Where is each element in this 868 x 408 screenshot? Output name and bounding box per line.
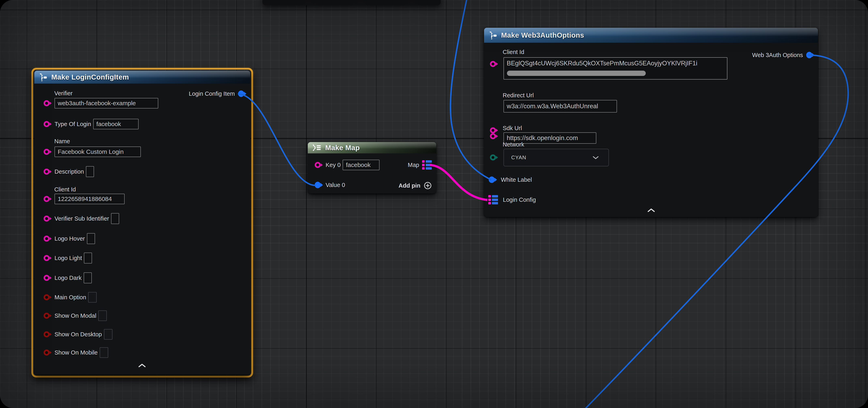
node-title: Make LoginConfigItem	[51, 73, 129, 81]
string-pin-icon	[490, 60, 499, 68]
add-pin-row[interactable]: Add pin	[399, 181, 432, 190]
field-label: Value 0	[326, 182, 345, 189]
name-input[interactable]: Facebook Custom Login	[55, 146, 141, 157]
output-pin-label: Login Config Item	[189, 91, 235, 97]
enum-pin-icon	[490, 153, 499, 162]
add-pin-icon	[423, 181, 432, 190]
logo-light-input[interactable]	[84, 252, 92, 264]
field-row-name: Facebook Custom Login	[43, 146, 141, 157]
field-label: Logo Dark	[55, 275, 82, 281]
show-on-desktop-pin[interactable]	[43, 330, 53, 339]
node-header[interactable]: Make Web3AuthOptions	[484, 28, 818, 43]
field-row-white-label: White Label	[488, 175, 532, 184]
logo-dark-input[interactable]	[84, 272, 92, 283]
string-pin-icon	[43, 167, 53, 176]
logo-light-pin[interactable]	[43, 253, 53, 263]
client-id-pin[interactable]	[43, 195, 53, 203]
redirect-url-input[interactable]: w3a://com.w3a.Web3AuthUnreal	[503, 100, 617, 112]
field-label: Show On Desktop	[55, 331, 102, 338]
logo-dark-pin[interactable]	[43, 273, 53, 282]
verifier-pin[interactable]	[43, 99, 53, 108]
login-config-pin[interactable]	[488, 195, 498, 204]
field-label-name: Name	[54, 138, 70, 145]
field-row-key0: Key 0 facebook	[314, 160, 379, 170]
node-make-loginconfigitem[interactable]: Make LoginConfigItem Login Config Item V…	[34, 71, 250, 375]
client-id-value: BEglQSgt4cUWcj6SKRdu5QkOXTsePmMcusG5EAoy…	[504, 58, 727, 67]
field-row-show-on-mobile: Show On Mobile	[43, 347, 108, 358]
field-label: Description	[55, 168, 84, 175]
name-pin[interactable]	[43, 147, 53, 156]
bool-pin-icon	[43, 311, 53, 320]
description-pin[interactable]	[43, 167, 53, 176]
show-on-modal-checkbox[interactable]	[98, 310, 107, 321]
logo-hover-input[interactable]	[87, 233, 95, 244]
field-label: Show On Modal	[55, 312, 96, 319]
field-label: Verifier Sub Identifier	[55, 215, 109, 222]
description-input[interactable]	[86, 166, 94, 177]
key0-input[interactable]: facebook	[343, 160, 379, 170]
field-label: White Label	[501, 176, 532, 183]
show-on-mobile-pin[interactable]	[43, 348, 53, 357]
main-option-checkbox[interactable]	[88, 292, 97, 303]
string-pin-icon	[490, 132, 499, 141]
field-label: Login Config	[503, 197, 536, 203]
verifier-sub-identifier-input[interactable]	[111, 213, 119, 224]
client-id-input[interactable]: BEglQSgt4cUWcj6SKRdu5QkOXTsePmMcusG5EAoy…	[503, 57, 727, 79]
field-row-show-on-desktop: Show On Desktop	[43, 329, 113, 340]
map-pin-icon	[488, 195, 498, 204]
show-on-modal-pin[interactable]	[43, 311, 53, 320]
make-map-icon	[312, 144, 321, 151]
node-header[interactable]: Make Map	[308, 142, 436, 154]
node-title: Make Map	[325, 144, 360, 152]
client-id-input-scrollbar[interactable]	[507, 71, 646, 76]
map-output-label: Map	[408, 162, 419, 168]
network-dropdown[interactable]: CYAN	[503, 149, 609, 166]
show-on-desktop-checkbox[interactable]	[104, 329, 113, 340]
field-row-verifier: web3auth-facebook-example	[43, 98, 158, 108]
field-row-value0: Value 0	[314, 180, 345, 190]
client-id-pin[interactable]	[490, 60, 499, 68]
collapse-node-chevron[interactable]	[647, 208, 655, 212]
string-pin-icon	[43, 147, 53, 156]
output-row-map: Map	[408, 160, 432, 170]
output-pin-label: Web 3Auth Options	[752, 52, 803, 59]
sdk-url-pin[interactable]	[490, 132, 499, 141]
wire-map-to-login-config[interactable]	[430, 165, 488, 200]
verifier-input[interactable]: web3auth-facebook-example	[55, 98, 158, 108]
node-make-web3authoptions[interactable]: Make Web3AuthOptions Web 3Auth Options C…	[484, 28, 818, 217]
network-dropdown-value: CYAN	[504, 155, 526, 161]
node-make-map[interactable]: Make Map Key 0 facebook Map Value 0 Add …	[308, 142, 436, 194]
field-row-description: Description	[43, 166, 94, 177]
string-pin-icon	[314, 161, 323, 169]
field-label-redirect-url: Redirect Url	[503, 92, 534, 99]
field-row-login-config: Login Config	[488, 195, 536, 204]
field-row-verifier-sub-identifier: Verifier Sub Identifier	[43, 213, 119, 224]
partial-node-top[interactable]	[262, 0, 441, 5]
verifier-sub-identifier-pin[interactable]	[43, 214, 53, 223]
string-pin-icon	[43, 120, 53, 129]
field-label: Main Option	[55, 294, 86, 301]
field-row-type-of-login: Type Of Login facebook	[43, 119, 138, 129]
field-label: Type Of Login	[55, 121, 91, 128]
field-label-client-id: Client Id	[54, 186, 76, 193]
bool-pin-icon	[43, 348, 53, 357]
grid-origin-axis-vertical	[306, 0, 307, 408]
bool-pin-icon	[43, 330, 53, 339]
type-of-login-input[interactable]: facebook	[93, 119, 138, 129]
client-id-input[interactable]: 1222658941886084	[55, 194, 125, 204]
string-pin-icon	[43, 214, 53, 223]
key0-pin[interactable]	[314, 161, 323, 169]
node-header[interactable]: Make LoginConfigItem	[34, 71, 250, 83]
string-pin-icon	[43, 253, 53, 263]
string-pin-icon	[43, 195, 53, 203]
show-on-mobile-checkbox[interactable]	[100, 347, 108, 358]
type-of-login-pin[interactable]	[43, 120, 53, 129]
make-struct-icon	[39, 73, 48, 81]
network-pin[interactable]	[490, 153, 499, 162]
field-label: Show On Mobile	[55, 349, 98, 356]
logo-hover-pin[interactable]	[43, 234, 53, 243]
field-label-sdk-url: Sdk Url	[503, 125, 522, 132]
blueprint-graph-canvas[interactable]: Make LoginConfigItem Login Config Item V…	[0, 0, 868, 408]
collapse-node-chevron[interactable]	[138, 363, 146, 368]
main-option-pin[interactable]	[43, 293, 53, 302]
